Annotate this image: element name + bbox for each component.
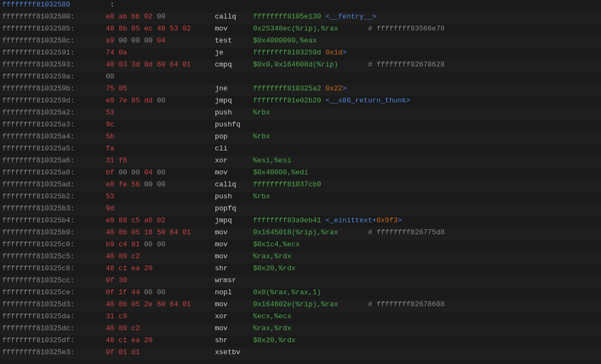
line-bytes: 0f 01 d1 bbox=[106, 348, 215, 356]
code-line: ffffffff8103259a: 00 bbox=[0, 72, 601, 84]
code-line: ffffffff810325b4: e9 88 c5 a6 02 jmpq ff… bbox=[0, 216, 601, 228]
line-comment: # ffffffff82678608 bbox=[368, 300, 444, 308]
line-mnemonic: mov bbox=[215, 228, 253, 236]
line-operands: 0x25348ec(%rip),%rax bbox=[253, 25, 338, 33]
line-addr: ffffffff8103258c: bbox=[2, 37, 106, 45]
line-operands: 0x0(%rax,%rax,1) bbox=[253, 288, 321, 296]
code-line: ffffffff8103259b: 75 05 jne ffffffff8103… bbox=[0, 84, 601, 96]
code-line: ffffffff810325e3: 0f 01 d1 xsetbv bbox=[0, 348, 601, 360]
code-line: ffffffff810325a3: 9c pushfq bbox=[0, 120, 601, 132]
line-bytes: e9 88 c5 a6 02 bbox=[106, 216, 215, 225]
line-addr: ffffffff810325a6: bbox=[2, 156, 106, 165]
line-mnemonic: shr bbox=[215, 264, 253, 272]
code-line: ffffffff810325ce: 0f 1f 44 00 00 nopl 0x… bbox=[0, 288, 601, 300]
line-mnemonic: xsetbv bbox=[215, 348, 253, 356]
line-addr: ffffffff81032593: bbox=[2, 60, 106, 69]
line-bytes: 9c bbox=[106, 120, 215, 129]
code-line: ffffffff810325a6: 31 f6 xor %esi,%esi bbox=[0, 156, 601, 168]
line-operands: %ecx,%ecx bbox=[253, 312, 291, 320]
line-bytes: 48 8b 05 ec 48 53 02 bbox=[106, 25, 215, 33]
line-addr: ffffffff810325a4: bbox=[2, 132, 106, 141]
line-mnemonic: mov bbox=[215, 168, 253, 177]
line-bytes: e9 7e 05 dd 00 bbox=[106, 96, 215, 105]
line-bytes: fa bbox=[106, 144, 215, 153]
code-line: ffffffff81032591: 74 0a je ffffffff81032… bbox=[0, 48, 601, 60]
line-addr: ffffffff810325e3: bbox=[2, 348, 106, 356]
line-bytes: 48 c1 ea 20 bbox=[106, 336, 215, 344]
code-line: ffffffff810325a4: 5b pop %rbx bbox=[0, 132, 601, 144]
line-mnemonic: mov bbox=[215, 252, 253, 260]
line-bytes: 48 89 c2 bbox=[106, 324, 215, 332]
code-line: ffffffff810325ad: e8 fe 56 00 00 callq f… bbox=[0, 180, 601, 192]
line-bytes: 48 8b 05 2e 60 64 01 bbox=[106, 300, 215, 308]
func-addr: ffffffff81032580 bbox=[2, 1, 106, 9]
code-line: ffffffff8103259d: e9 7e 05 dd 00 jmpq ff… bbox=[0, 96, 601, 108]
func-label: : bbox=[106, 1, 115, 9]
code-line: ffffffff810325dc: 48 89 c2 mov %rax,%rdx bbox=[0, 324, 601, 336]
line-mnemonic: mov bbox=[215, 25, 253, 33]
line-addr: ffffffff810325d3: bbox=[2, 300, 106, 308]
code-line: ffffffff8103258c: a9 00 00 00 04 test $0… bbox=[0, 36, 601, 48]
code-line: ffffffff81032585: 48 8b 05 ec 48 53 02 m… bbox=[0, 24, 601, 36]
line-operands: $0x20,%rdx bbox=[253, 336, 296, 344]
line-offset: 0x9f3 bbox=[376, 216, 398, 225]
line-addr: ffffffff810325ad: bbox=[2, 180, 106, 189]
code-line: ffffffff810325c0: b9 c4 01 00 00 mov $0x… bbox=[0, 240, 601, 252]
line-operands: $0x40000,%edi bbox=[253, 168, 308, 177]
line-func: <_einittext+ bbox=[326, 216, 377, 225]
line-bytes: 9d bbox=[106, 204, 215, 213]
line-bytes: 31 c9 bbox=[106, 312, 215, 320]
line-addr: ffffffff810325c5: bbox=[2, 252, 106, 260]
line-addr: ffffffff81032580: bbox=[2, 13, 106, 21]
line-operands: $0x1c4,%ecx bbox=[253, 240, 300, 248]
line-mnemonic: pop bbox=[215, 132, 253, 141]
line-operands: ffffffff83a9eb41 bbox=[253, 216, 321, 225]
code-line: ffffffff810325b2: 53 push %rbx bbox=[0, 192, 601, 204]
line-bytes: 53 bbox=[106, 192, 215, 201]
line-bytes: b9 c4 01 00 00 bbox=[106, 240, 215, 248]
line-mnemonic: cmpq bbox=[215, 60, 253, 69]
line-operands: $0x4000000,%eax bbox=[253, 37, 317, 45]
line-operands: %rax,%rdx bbox=[253, 252, 291, 260]
line-addr: ffffffff810325c8: bbox=[2, 264, 106, 272]
line-bytes: 75 05 bbox=[106, 84, 215, 93]
line-func: 0x1d> bbox=[326, 48, 347, 57]
line-bytes: 48 8b 05 18 50 64 01 bbox=[106, 228, 215, 236]
line-mnemonic: xor bbox=[215, 312, 253, 320]
line-mnemonic: xor bbox=[215, 156, 253, 165]
code-line: ffffffff810325d3: 48 8b 05 2e 60 64 01 m… bbox=[0, 300, 601, 312]
line-addr: ffffffff81032585: bbox=[2, 25, 106, 33]
code-line: ffffffff81032580: e8 ab bb 02 00 callq f… bbox=[0, 12, 601, 24]
line-func: <__x86_return_thunk> bbox=[326, 96, 411, 105]
line-mnemonic: cli bbox=[215, 144, 253, 153]
line-mnemonic: mov bbox=[215, 324, 253, 332]
line-addr: ffffffff810325dc: bbox=[2, 324, 106, 332]
line-addr: ffffffff810325da: bbox=[2, 312, 106, 320]
line-operands: $0x0,0x164608d(%rip) bbox=[253, 60, 338, 69]
line-bytes: 0f 1f 44 00 00 bbox=[106, 288, 215, 296]
code-line: ffffffff81032593: 48 83 3d 8d 60 64 01 c… bbox=[0, 60, 601, 72]
line-bytes: 48 c1 ea 20 bbox=[106, 264, 215, 272]
line-bytes: bf 00 00 04 00 bbox=[106, 168, 215, 177]
line-addr: ffffffff810325a5: bbox=[2, 144, 106, 153]
code-line: ffffffff810325b9: 48 8b 05 18 50 64 01 m… bbox=[0, 228, 601, 240]
line-mnemonic: push bbox=[215, 192, 253, 201]
line-comment: # ffffffff83566e78 bbox=[368, 25, 444, 33]
line-bytes: 48 89 c2 bbox=[106, 252, 215, 260]
code-line: ffffffff810325df: 48 c1 ea 20 shr $0x20,… bbox=[0, 336, 601, 348]
line-bytes: 0f 30 bbox=[106, 276, 215, 284]
line-addr: ffffffff810325df: bbox=[2, 336, 106, 344]
line-addr: ffffffff810325ce: bbox=[2, 288, 106, 296]
code-line: ffffffff810325c8: 48 c1 ea 20 shr $0x20,… bbox=[0, 264, 601, 276]
line-addr: ffffffff810325a3: bbox=[2, 120, 106, 129]
line-mnemonic: callq bbox=[215, 13, 253, 21]
line-offset: 0x22 bbox=[326, 84, 342, 93]
line-bytes: 74 0a bbox=[106, 48, 215, 57]
line-addr: ffffffff810325b9: bbox=[2, 228, 106, 236]
disassembly-view: ffffffff81032580 :ffffffff81032580: e8 a… bbox=[0, 0, 601, 364]
line-addr: ffffffff810325b4: bbox=[2, 216, 106, 225]
line-mnemonic: shr bbox=[215, 336, 253, 344]
line-operands: ffffffff810325a2 bbox=[253, 84, 321, 93]
line-bytes: 5b bbox=[106, 132, 215, 141]
line-offset: 0x1d bbox=[326, 48, 342, 57]
